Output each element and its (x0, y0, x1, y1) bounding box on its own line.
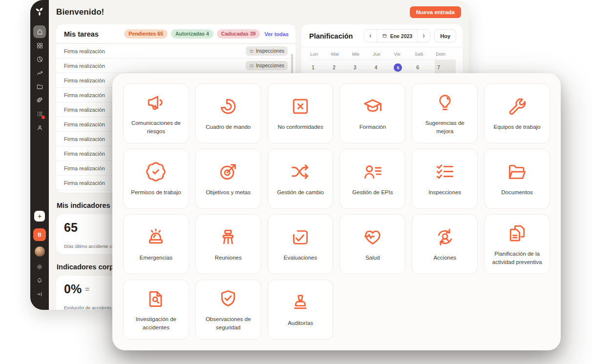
module-label: Evaluaciones (284, 254, 317, 262)
module-label: Gestión de EPIs (352, 188, 393, 196)
sidebar-nav-item[interactable] (33, 53, 46, 65)
sidebar-nav-item[interactable] (33, 94, 46, 106)
task-tag-label: Inspecciones (256, 63, 284, 68)
checklist-mini-icon (249, 49, 254, 54)
trending-up-icon (36, 69, 43, 77)
task-row[interactable]: Firma realización Inspecciones (56, 58, 296, 73)
sidebar-nav-item[interactable] (33, 25, 46, 38)
prev-month-button[interactable] (364, 30, 377, 42)
month-display[interactable]: Ene 2023 (377, 30, 418, 42)
status-badge[interactable]: Autorizadas 4 (171, 29, 213, 39)
module-card[interactable]: Reuniones (195, 214, 261, 274)
task-label: Firma realización (64, 48, 105, 54)
module-label: Equipos de trabajo (494, 123, 541, 131)
module-label: Acciones (433, 254, 456, 262)
sidebar-nav-item[interactable] (33, 107, 46, 120)
module-card[interactable]: Documentos (484, 149, 550, 209)
home-icon (36, 28, 43, 36)
app-logo (34, 5, 45, 17)
seal-check-icon (145, 161, 167, 182)
app-logo-icon (34, 6, 45, 17)
next-month-button[interactable] (418, 30, 430, 42)
shuffle-icon (290, 161, 311, 182)
planning-title: Planificación (309, 32, 353, 40)
siren-icon (145, 226, 167, 248)
module-card[interactable]: Emergencias (123, 214, 189, 274)
module-grid: Comunicaciones de riesgos Cuadro de mand… (123, 83, 550, 340)
task-label: Firma realización (64, 165, 105, 171)
task-label: Firma realización (64, 107, 105, 113)
module-label: Salud (365, 254, 380, 262)
graduation-cap-icon (362, 96, 383, 117)
user-avatar[interactable] (35, 246, 45, 257)
module-card[interactable]: Observaciones de seguridad (195, 280, 261, 340)
folder-icon (36, 83, 43, 90)
sidebar: + B (30, 0, 49, 310)
today-button[interactable]: Hoy (434, 29, 456, 42)
documents-icon (507, 222, 528, 244)
sidebar-nav-item[interactable] (33, 39, 46, 52)
grid-icon (36, 42, 43, 49)
weekday-label: Sab (414, 47, 435, 60)
module-label: Gestión de cambio (277, 188, 324, 196)
module-card[interactable]: Formación (339, 83, 405, 143)
module-card[interactable]: Gestión de EPIs (339, 149, 405, 209)
bell-icon (36, 277, 43, 284)
module-label: Cuadro de mando (206, 123, 251, 131)
view-all-link[interactable]: Ver todas (264, 31, 289, 37)
square-check-icon (290, 226, 311, 248)
donut-chart-icon (217, 96, 239, 117)
module-card[interactable]: Salud (339, 214, 405, 274)
task-label: Firma realización (64, 63, 105, 69)
module-card[interactable]: Objetivos y metas (195, 149, 261, 209)
module-card[interactable]: Equipos de trabajo (484, 83, 550, 143)
module-label: Documentos (501, 188, 533, 196)
module-card[interactable]: Evaluaciones (268, 214, 334, 274)
topbar: Bienvenido! Nueva entrada (49, 0, 469, 21)
square-x-icon (290, 96, 311, 117)
task-label: Firma realización (64, 92, 105, 98)
settings-button[interactable] (35, 262, 44, 272)
sidebar-nav-item[interactable] (33, 66, 46, 79)
calendar-controls: Ene 2023 Hoy (364, 29, 456, 42)
notifications-button[interactable] (35, 276, 44, 285)
module-card[interactable]: Inspecciones (412, 149, 478, 209)
module-card[interactable]: Acciones (412, 214, 478, 274)
module-card[interactable]: Investigación de accidentes (123, 280, 189, 340)
module-card[interactable]: No conformidades (268, 83, 334, 143)
add-button[interactable]: + (34, 211, 45, 222)
shield-check-icon (217, 288, 239, 309)
trend-equals: = (85, 285, 89, 293)
sidebar-nav-item[interactable] (33, 121, 46, 134)
module-card[interactable]: Cuadro de mando (195, 83, 261, 143)
weekday-label: Mar (330, 47, 351, 60)
weekday-label: Dom (435, 47, 456, 60)
module-label: Permisos de trabajo (131, 188, 181, 196)
module-card[interactable]: Auditorías (268, 280, 334, 340)
corp-indicator-number: 0% (64, 282, 82, 296)
module-card[interactable]: Gestión de cambio (268, 149, 334, 209)
day-number: 1 (310, 63, 316, 72)
logout-icon (36, 291, 43, 298)
module-card[interactable]: Planificación de la actividad preventiva (484, 214, 550, 274)
weekday-label: Jue (372, 47, 393, 60)
status-badge[interactable]: Caducadas 39 (217, 29, 260, 39)
stamp-icon (290, 292, 311, 313)
tasks-header: Mis tareas Pendientes 65Autorizadas 4Cad… (56, 24, 296, 43)
module-label: Comunicaciones de riesgos (128, 119, 184, 135)
task-row[interactable]: Firma realización Inspecciones (56, 43, 296, 58)
indicator-number: 65 (64, 221, 78, 235)
module-card[interactable]: Sugerencias de mejora (412, 83, 478, 143)
workspace-button[interactable]: B (33, 228, 46, 241)
document-search-icon (145, 288, 167, 309)
gear-icon (36, 263, 43, 270)
sidebar-nav (33, 25, 46, 134)
sidebar-nav-item[interactable] (33, 80, 46, 93)
logout-button[interactable] (35, 289, 44, 299)
module-label: Reuniones (215, 254, 242, 262)
new-entry-button[interactable]: Nueva entrada (410, 6, 461, 18)
module-card[interactable]: Permisos de trabajo (123, 149, 189, 209)
module-card[interactable]: Comunicaciones de riesgos (123, 83, 189, 143)
task-list-icon (36, 110, 43, 118)
status-badge[interactable]: Pendientes 65 (124, 29, 168, 39)
